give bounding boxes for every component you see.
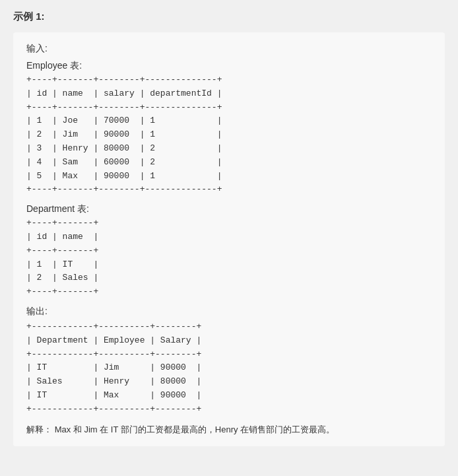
output-label: 输出: xyxy=(26,306,432,318)
output-table: +------------+----------+--------+ | Dep… xyxy=(26,320,432,417)
employee-table-label: Employee 表: xyxy=(26,60,432,72)
department-table-label: Department 表: xyxy=(26,203,432,215)
content-block: 输入: Employee 表: +----+-------+--------+-… xyxy=(13,32,445,446)
explanation: 解释： Max 和 Jim 在 IT 部门的工资都是最高的，Henry 在销售部… xyxy=(26,423,432,436)
explanation-label: 解释： xyxy=(26,425,52,434)
department-table: +----+-------+ | id | name | +----+-----… xyxy=(26,217,432,299)
employee-table: +----+-------+--------+--------------+ |… xyxy=(26,73,432,197)
section-title: 示例 1: xyxy=(13,11,445,23)
input-label: 输入: xyxy=(26,43,432,55)
explanation-text: Max 和 Jim 在 IT 部门的工资都是最高的，Henry 在销售部门的工资… xyxy=(55,425,335,434)
